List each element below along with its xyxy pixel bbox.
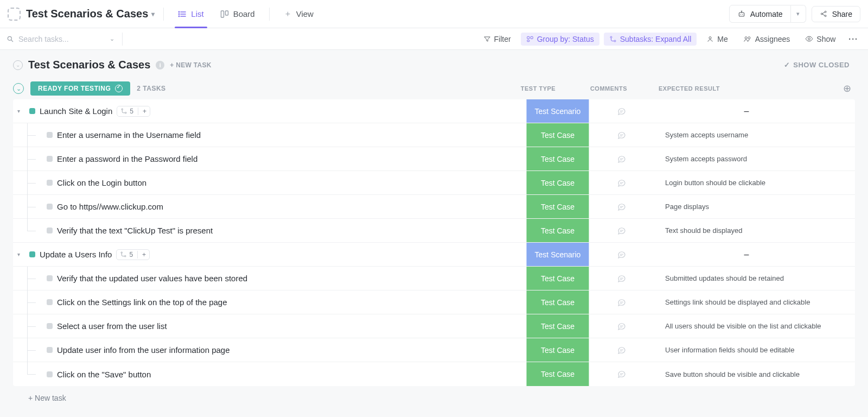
subtask-row[interactable]: Click on the "Save" buttonTest CaseSave …: [13, 362, 855, 386]
automate-dropdown[interactable]: ▾: [791, 5, 806, 23]
info-icon[interactable]: i: [156, 61, 164, 70]
expand-toggle[interactable]: ▾: [17, 108, 25, 114]
expected-result-cell[interactable]: System accepts username: [654, 131, 839, 139]
expected-result-cell[interactable]: Text should be displayed: [654, 226, 839, 235]
status-square[interactable]: [47, 347, 53, 353]
group-by-button[interactable]: Group by: Status: [521, 33, 599, 46]
test-type-cell[interactable]: Test Case: [526, 267, 589, 290]
me-button[interactable]: Me: [701, 33, 733, 46]
comments-cell[interactable]: [589, 321, 654, 331]
me-label: Me: [717, 35, 727, 43]
subtask-row[interactable]: Enter a password in the Password fieldTe…: [13, 147, 855, 171]
show-closed-button[interactable]: ✓ SHOW CLOSED: [784, 61, 850, 69]
group-collapse-toggle[interactable]: ⌄: [13, 83, 24, 94]
plus-icon[interactable]: +: [142, 251, 146, 258]
comments-cell[interactable]: [589, 226, 654, 236]
test-type-cell[interactable]: Test Scenario: [526, 243, 589, 266]
test-type-cell[interactable]: Test Case: [526, 147, 589, 170]
filter-button[interactable]: Filter: [478, 33, 516, 46]
expected-result-cell[interactable]: User information fields should be editab…: [654, 346, 839, 354]
search-input[interactable]: [18, 35, 105, 43]
subtask-row[interactable]: Click on the Settings link on the top of…: [13, 290, 855, 314]
comments-cell[interactable]: [589, 274, 654, 283]
view-tab-list[interactable]: List: [173, 6, 209, 22]
expected-result-cell[interactable]: Login button should be clickable: [654, 179, 839, 187]
status-square[interactable]: [29, 251, 35, 257]
expected-result-cell[interactable]: Settings link should be displayed and cl…: [654, 298, 839, 306]
subtask-count-badge[interactable]: 5+: [116, 249, 150, 260]
status-square[interactable]: [47, 323, 53, 329]
show-button[interactable]: Show: [800, 33, 841, 46]
subtask-row[interactable]: Select a user from the user listTest Cas…: [13, 314, 855, 338]
add-view-button[interactable]: ＋ View: [278, 5, 319, 22]
expand-toggle[interactable]: ▾: [17, 251, 25, 257]
task-row[interactable]: ▾Update a Users Info5+Test Scenario–: [13, 243, 855, 267]
comments-cell[interactable]: [589, 106, 654, 116]
subtask-row[interactable]: Verify that the text "ClickUp Test" is p…: [13, 219, 855, 243]
comments-cell[interactable]: [589, 369, 654, 379]
list-title-dropdown[interactable]: Test Scenarios & Cases ▾: [26, 8, 155, 20]
plus-icon[interactable]: +: [143, 108, 146, 115]
column-header-comments[interactable]: COMMENTS: [576, 85, 641, 92]
subtask-row[interactable]: Update user info from the user informati…: [13, 338, 855, 362]
svg-line-19: [11, 40, 13, 41]
comments-cell[interactable]: [589, 298, 654, 307]
expected-result-cell[interactable]: Page displays: [654, 203, 839, 211]
comments-cell[interactable]: [589, 154, 654, 164]
subtask-row[interactable]: Enter a username in the Username fieldTe…: [13, 123, 855, 147]
status-square[interactable]: [47, 228, 53, 233]
test-type-cell[interactable]: Test Case: [526, 195, 589, 218]
status-square[interactable]: [47, 299, 53, 305]
expected-result-cell[interactable]: System accepts password: [654, 155, 839, 163]
search-wrap[interactable]: ⌄: [7, 35, 114, 43]
view-tab-board[interactable]: Board: [215, 6, 260, 22]
test-type-cell[interactable]: Test Case: [526, 338, 589, 362]
list-title: Test Scenarios & Cases: [26, 8, 148, 20]
expected-result-cell[interactable]: Save button should be visible and clicka…: [654, 370, 839, 378]
test-type-cell[interactable]: Test Case: [526, 123, 589, 147]
subtasks-button[interactable]: Subtasks: Expand All: [604, 33, 697, 46]
comments-cell[interactable]: [589, 345, 654, 355]
comments-cell[interactable]: [589, 202, 654, 212]
comments-cell[interactable]: [589, 250, 654, 260]
expected-result-cell[interactable]: –: [654, 250, 839, 260]
status-square[interactable]: [47, 275, 53, 281]
status-square[interactable]: [29, 108, 35, 114]
task-row[interactable]: ▾Launch Site & Login5+Test Scenario–: [13, 99, 855, 123]
test-type-cell[interactable]: Test Case: [526, 219, 589, 242]
subtasks-icon: [609, 35, 617, 43]
add-column-button[interactable]: ⊕: [839, 83, 855, 94]
status-square[interactable]: [47, 371, 53, 377]
share-button[interactable]: Share: [812, 6, 860, 22]
subtask-count-badge[interactable]: 5+: [117, 106, 150, 117]
section-collapse-toggle[interactable]: ⌄: [13, 60, 23, 70]
expected-result-cell[interactable]: All users should be visible on the list …: [654, 322, 839, 330]
comments-cell[interactable]: [589, 178, 654, 188]
test-type-cell[interactable]: Test Case: [526, 171, 589, 194]
svg-line-17: [822, 14, 825, 16]
new-task-footer[interactable]: + New task: [13, 386, 855, 410]
test-type-cell[interactable]: Test Case: [526, 314, 589, 338]
subtask-row[interactable]: Verify that the updated user values have…: [13, 267, 855, 290]
test-type-cell[interactable]: Test Case: [526, 290, 589, 314]
show-closed-label: SHOW CLOSED: [793, 61, 850, 69]
status-square[interactable]: [47, 156, 53, 162]
expected-result-cell[interactable]: Submitted updates should be retained: [654, 274, 839, 282]
column-header-type[interactable]: TEST TYPE: [507, 85, 570, 92]
column-header-result[interactable]: EXPECTED RESULT: [648, 85, 832, 92]
automate-button[interactable]: Automate: [729, 5, 791, 23]
status-square[interactable]: [47, 180, 53, 186]
test-type-cell[interactable]: Test Case: [526, 362, 589, 386]
subtask-row[interactable]: Click on the Login buttonTest CaseLogin …: [13, 171, 855, 195]
status-square[interactable]: [47, 204, 53, 210]
subtask-row[interactable]: Go to https//www.clickup.comTest CasePag…: [13, 195, 855, 219]
test-type-cell[interactable]: Test Scenario: [526, 99, 589, 123]
assignees-button[interactable]: Assignees: [738, 33, 796, 46]
new-task-button[interactable]: + NEW TASK: [170, 61, 211, 69]
more-menu[interactable]: ···: [845, 33, 861, 46]
comments-cell[interactable]: [589, 130, 654, 140]
status-pill[interactable]: READY FOR TESTING: [30, 81, 130, 96]
expected-result-cell[interactable]: –: [654, 106, 839, 116]
status-square[interactable]: [47, 132, 53, 138]
chevron-down-icon[interactable]: ⌄: [110, 35, 114, 42]
